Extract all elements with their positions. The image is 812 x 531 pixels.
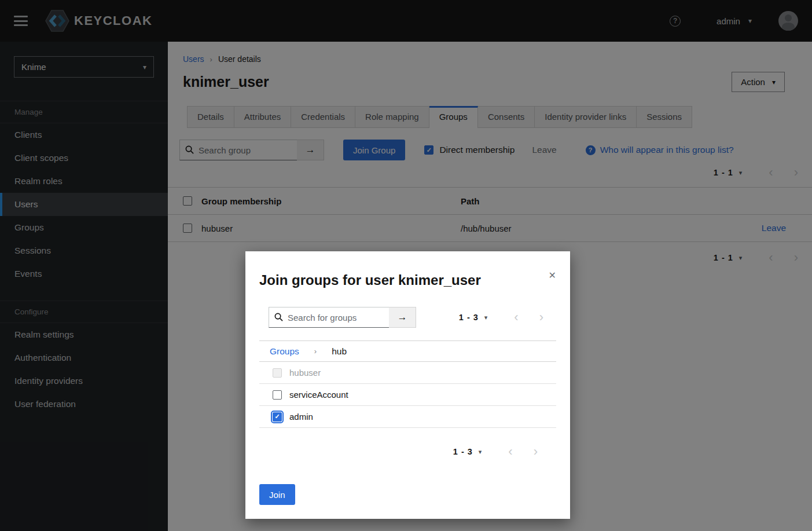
group-row-hubuser: hubuser (259, 362, 556, 384)
modal-breadcrumb-groups-link[interactable]: Groups (270, 346, 299, 357)
modal-breadcrumb: Groups › hub (259, 340, 556, 362)
pagination-caret-icon[interactable]: ▾ (479, 448, 482, 456)
pagination-caret-icon[interactable]: ▾ (484, 314, 488, 321)
pagination-range: 1 - 3 (459, 313, 479, 322)
group-name: admin (289, 412, 313, 422)
modal-search-input[interactable] (269, 313, 389, 323)
group-checkbox-checked[interactable]: ✓ (273, 412, 282, 422)
pagination-range: 1 - 3 (453, 447, 473, 456)
group-checkbox[interactable] (273, 390, 282, 400)
pagination-next-icon[interactable]: › (534, 445, 538, 458)
group-name: hubuser (289, 368, 321, 378)
modal-title: Join groups for user knimer_user (259, 272, 481, 288)
modal-search-toolbar: → 1 - 3 ▾ ‹ › (269, 307, 556, 328)
pagination-prev-icon[interactable]: ‹ (514, 311, 518, 324)
join-groups-modal: Join groups for user knimer_user ✕ → 1 -… (245, 251, 570, 519)
arrow-right-icon: → (398, 312, 407, 323)
modal-breadcrumb-current: hub (332, 346, 347, 357)
group-row-admin[interactable]: ✓ admin (259, 406, 556, 428)
modal-pagination-bottom: 1 - 3 ▾ ‹ › (259, 445, 556, 458)
pagination-prev-icon[interactable]: ‹ (508, 445, 512, 458)
group-checkbox-disabled (273, 368, 282, 378)
group-name: serviceAccount (289, 390, 348, 400)
breadcrumb-sep-icon: › (314, 347, 317, 356)
group-row-serviceaccount[interactable]: serviceAccount (259, 384, 556, 406)
join-button[interactable]: Join (259, 484, 295, 505)
modal-pagination-top: 1 - 3 ▾ ‹ › (459, 311, 556, 324)
pagination-next-icon[interactable]: › (539, 311, 543, 324)
search-icon (274, 313, 283, 321)
check-icon: ✓ (274, 413, 280, 420)
modal-search-submit-button[interactable]: → (389, 307, 416, 328)
close-icon[interactable]: ✕ (549, 270, 556, 281)
